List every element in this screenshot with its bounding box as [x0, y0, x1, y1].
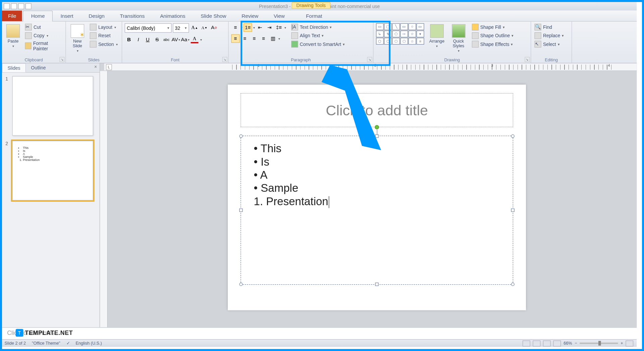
tab-home[interactable]: Home — [23, 10, 53, 21]
replace-button[interactable]: Replace — [534, 32, 565, 40]
find-button[interactable]: 🔍Find — [534, 23, 565, 31]
cut-button[interactable]: ✂Cut — [24, 23, 63, 31]
tab-format[interactable]: Format — [298, 11, 330, 21]
arrange-button[interactable]: Arrange▾ — [428, 23, 446, 49]
font-name-combo[interactable]: Calibri (Body) — [125, 23, 172, 33]
text-direction-button[interactable]: |AText Direction — [290, 23, 346, 31]
language-status[interactable]: English (U.S.) — [75, 341, 102, 346]
bullet-item[interactable]: Is — [254, 155, 500, 168]
bold-button[interactable]: B — [125, 35, 133, 44]
layout-button[interactable]: Layout▾ — [89, 23, 119, 31]
shape-outline-button[interactable]: Shape Outline — [471, 32, 515, 40]
numbered-item[interactable]: Presentation — [254, 195, 500, 208]
decrease-indent-button[interactable]: ⇤ — [256, 23, 264, 32]
new-slide-button[interactable]: ✶ New Slide ▾ — [68, 23, 86, 54]
tab-animations[interactable]: Animations — [152, 11, 193, 21]
zoom-slider[interactable] — [580, 343, 618, 344]
font-color-button[interactable]: A — [190, 35, 199, 44]
tab-design[interactable]: Design — [81, 11, 112, 21]
horizontal-ruler[interactable]: L — [104, 63, 637, 71]
title-placeholder[interactable]: Click to add title — [240, 93, 513, 127]
handle-r[interactable] — [511, 209, 515, 212]
pane-close-button[interactable]: × — [92, 63, 99, 72]
tab-review[interactable]: Review — [234, 11, 266, 21]
content-placeholder[interactable]: This Is A Sample Presentation — [240, 136, 513, 285]
align-center-button[interactable]: ≡ — [240, 35, 249, 43]
spell-check-icon[interactable]: ✓ — [66, 341, 70, 346]
justify-button[interactable]: ≡ — [259, 35, 268, 43]
shape-effects-button[interactable]: Shape Effects — [471, 40, 515, 48]
italic-button[interactable]: I — [134, 35, 143, 44]
bullet-item[interactable]: A — [254, 169, 500, 182]
slide-edit-area[interactable]: L Click to add title This Is A Sam — [100, 63, 637, 327]
line-spacing-button[interactable]: ‡≡ — [275, 23, 283, 32]
shapes-gallery[interactable]: ▭▢╲▭○▭ ↳↯⬠⇨☆▾ ⬡⬡⬠⬠☆≡ — [376, 23, 424, 45]
zoom-out-button[interactable]: − — [575, 341, 577, 346]
notes-pane[interactable]: Click to add notes — [2, 327, 637, 339]
section-button[interactable]: Section▾ — [89, 40, 119, 48]
handle-tl[interactable] — [239, 134, 243, 138]
reading-view-button[interactable] — [543, 340, 551, 346]
underline-button[interactable]: U — [144, 35, 152, 44]
change-case-button[interactable]: Aa▾ — [181, 35, 189, 44]
tab-file[interactable]: File — [2, 10, 22, 21]
handle-br[interactable] — [511, 283, 515, 286]
handle-tr[interactable] — [511, 134, 515, 138]
bullet-item[interactable]: This — [254, 142, 500, 155]
clear-formatting-button[interactable]: A⊘ — [210, 23, 218, 32]
bullet-item[interactable]: Sample — [254, 182, 500, 195]
bullets-button[interactable]: ≡ — [231, 23, 239, 32]
handle-l[interactable] — [239, 209, 243, 212]
tab-slideshow[interactable]: Slide Show — [193, 11, 234, 21]
thumbnail-1[interactable]: 1 — [5, 76, 96, 136]
font-launcher[interactable]: ↘ — [222, 57, 227, 62]
clipboard-launcher[interactable]: ↘ — [59, 57, 64, 62]
format-painter-button[interactable]: Format Painter — [24, 40, 63, 51]
outline-tab[interactable]: Outline — [26, 63, 51, 72]
slides-tab[interactable]: Slides — [2, 63, 26, 72]
undo-icon[interactable] — [18, 3, 24, 9]
numbering-button[interactable]: 1≡ — [244, 23, 252, 32]
slide-canvas[interactable]: Click to add title This Is A Sample Pres… — [228, 84, 526, 310]
paragraph-launcher[interactable]: ↘ — [367, 57, 372, 62]
align-left-button[interactable]: ≡ — [231, 35, 239, 43]
normal-view-button[interactable] — [523, 340, 530, 346]
shape-fill-button[interactable]: Shape Fill — [471, 23, 515, 31]
tab-view[interactable]: View — [266, 11, 292, 21]
group-label-clipboard: Clipboard — [5, 57, 63, 63]
thumbnail-2[interactable]: 2 This Is A Sample Presentation — [5, 141, 96, 200]
handle-b[interactable] — [375, 283, 379, 286]
save-icon[interactable] — [11, 3, 17, 9]
align-right-button[interactable]: ≡ — [250, 35, 258, 43]
convert-smartart-button[interactable]: Convert to SmartArt — [290, 40, 346, 48]
zoom-in-button[interactable]: + — [621, 341, 623, 346]
tab-insert[interactable]: Insert — [53, 11, 81, 21]
slideshow-view-button[interactable] — [553, 340, 561, 346]
align-text-button[interactable]: Align Text — [290, 32, 346, 40]
grow-font-button[interactable]: A▲ — [190, 23, 199, 32]
shadow-button[interactable]: abc — [162, 35, 171, 44]
redo-icon[interactable] — [25, 3, 32, 9]
columns-button[interactable]: ▥ — [269, 35, 277, 43]
sorter-view-button[interactable] — [533, 340, 541, 346]
tab-selector[interactable]: L — [106, 64, 112, 70]
tab-transitions[interactable]: Transitions — [112, 11, 153, 21]
quick-styles-button[interactable]: Quick Styles▾ — [449, 23, 467, 54]
increase-indent-button[interactable]: ⇥ — [265, 23, 274, 32]
shrink-font-button[interactable]: A▼ — [200, 23, 209, 32]
font-size-combo[interactable]: 32 — [173, 23, 189, 33]
strikethrough-button[interactable]: S — [153, 35, 161, 44]
copy-button[interactable]: Copy▾ — [24, 32, 63, 40]
paste-button[interactable]: Paste ▾ — [5, 23, 22, 49]
char-spacing-button[interactable]: AV▾ — [171, 35, 180, 44]
vertical-ruler[interactable] — [100, 71, 108, 328]
zoom-level[interactable]: 66% — [564, 341, 572, 346]
rotation-handle[interactable] — [375, 125, 379, 129]
reset-button[interactable]: Reset — [89, 32, 119, 40]
select-button[interactable]: ↖Select — [534, 40, 565, 48]
fit-window-button[interactable] — [626, 340, 633, 346]
quick-access-toolbar[interactable] — [4, 3, 32, 9]
handle-t[interactable] — [375, 134, 379, 138]
drawing-launcher[interactable]: ↘ — [525, 57, 530, 62]
handle-bl[interactable] — [239, 283, 243, 286]
